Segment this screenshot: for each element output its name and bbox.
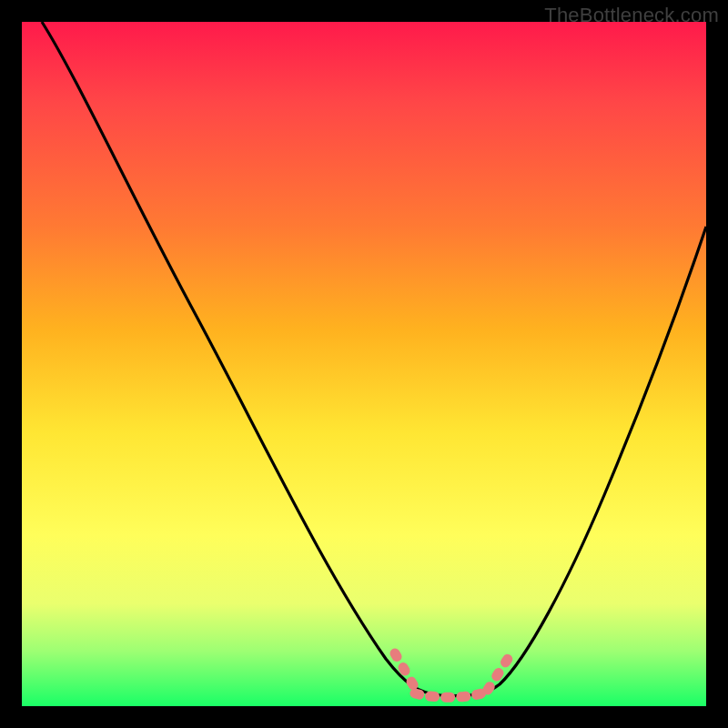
plot-area [22, 22, 706, 706]
bottleneck-curve [42, 22, 706, 696]
chart-frame: TheBottleneck.com [0, 0, 728, 728]
curve-overlay [22, 22, 706, 706]
highlight-left-dash [395, 653, 415, 688]
